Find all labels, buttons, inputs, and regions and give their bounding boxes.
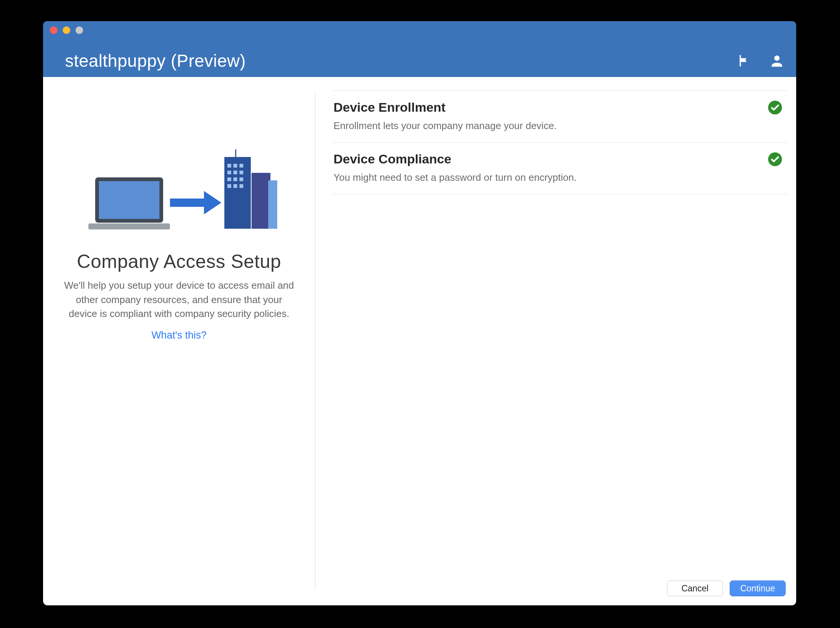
step-subtitle: Enrollment lets your company manage your… bbox=[333, 120, 557, 132]
svg-rect-10 bbox=[227, 164, 231, 168]
svg-rect-19 bbox=[227, 184, 231, 188]
svg-rect-20 bbox=[234, 184, 237, 188]
footer-buttons: Cancel Continue bbox=[667, 581, 786, 596]
header-bar: stealthpuppy (Preview) bbox=[43, 21, 796, 77]
cancel-button[interactable]: Cancel bbox=[667, 581, 723, 596]
user-icon[interactable] bbox=[769, 53, 785, 69]
app-window: stealthpuppy (Preview) bbox=[43, 21, 796, 605]
setup-description: We'll help you setup your device to acce… bbox=[62, 279, 296, 321]
svg-rect-15 bbox=[240, 171, 243, 175]
setup-illustration-icon bbox=[81, 146, 277, 244]
left-sidebar: Company Access Setup We'll help you setu… bbox=[43, 77, 315, 605]
step-device-enrollment[interactable]: Device Enrollment Enrollment lets your c… bbox=[333, 91, 787, 142]
svg-rect-18 bbox=[240, 177, 243, 181]
status-ok-icon bbox=[767, 152, 783, 167]
svg-rect-16 bbox=[227, 177, 231, 181]
window-close-button[interactable] bbox=[50, 27, 57, 34]
header-title: stealthpuppy (Preview) bbox=[65, 50, 246, 71]
svg-rect-13 bbox=[227, 171, 231, 175]
svg-rect-17 bbox=[234, 177, 237, 181]
svg-rect-21 bbox=[240, 184, 243, 188]
svg-rect-11 bbox=[234, 164, 237, 168]
window-controls bbox=[50, 27, 83, 34]
svg-rect-3 bbox=[88, 223, 170, 230]
continue-button[interactable]: Continue bbox=[730, 581, 786, 596]
step-subtitle: You might need to set a password or turn… bbox=[333, 172, 577, 183]
svg-rect-9 bbox=[268, 180, 277, 229]
window-zoom-button[interactable] bbox=[76, 27, 83, 34]
step-device-compliance[interactable]: Device Compliance You might need to set … bbox=[333, 142, 787, 194]
header-actions bbox=[736, 53, 785, 71]
status-ok-icon bbox=[767, 100, 783, 115]
svg-rect-2 bbox=[99, 181, 159, 219]
svg-marker-5 bbox=[204, 191, 221, 214]
step-title: Device Enrollment bbox=[333, 100, 557, 115]
step-title: Device Compliance bbox=[333, 152, 577, 167]
window-minimize-button[interactable] bbox=[63, 27, 70, 34]
svg-rect-12 bbox=[240, 164, 243, 168]
svg-rect-7 bbox=[251, 173, 270, 229]
whats-this-link[interactable]: What's this? bbox=[152, 329, 207, 341]
svg-rect-6 bbox=[224, 157, 251, 229]
svg-rect-4 bbox=[170, 198, 204, 207]
steps-panel: Device Enrollment Enrollment lets your c… bbox=[315, 77, 796, 605]
svg-rect-14 bbox=[234, 171, 237, 175]
flag-icon[interactable] bbox=[736, 53, 752, 68]
setup-heading: Company Access Setup bbox=[77, 250, 281, 272]
svg-point-0 bbox=[774, 55, 780, 61]
